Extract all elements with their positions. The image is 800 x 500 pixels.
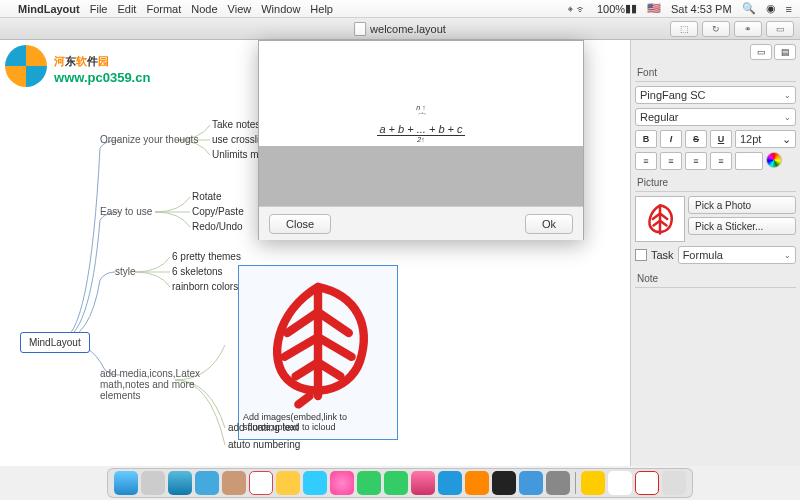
note-heading: Note <box>635 270 796 288</box>
dock-itunes-icon[interactable] <box>411 471 435 495</box>
align-center-button[interactable]: ≡ <box>660 152 682 170</box>
menu-edit[interactable]: Edit <box>117 3 136 15</box>
leaf-rainborn[interactable]: rainborn colors <box>172 281 238 292</box>
inspector-panel: ▭ ▤ Font PingFang SC⌄ Regular⌄ B I S U 1… <box>630 40 800 466</box>
picture-heading: Picture <box>635 174 796 192</box>
font-family-select[interactable]: PingFang SC⌄ <box>635 86 796 104</box>
align-right-button[interactable]: ≡ <box>685 152 707 170</box>
group-easy[interactable]: Easy to use <box>100 206 152 217</box>
dock-photos-icon[interactable] <box>330 471 354 495</box>
dock-contacts-icon[interactable] <box>222 471 246 495</box>
font-style-select[interactable]: Regular⌄ <box>635 108 796 126</box>
dock-calendar-icon[interactable] <box>249 471 273 495</box>
dock-appstore-icon[interactable] <box>438 471 462 495</box>
dock-launchpad-icon[interactable] <box>141 471 165 495</box>
dock-messages-icon[interactable] <box>357 471 381 495</box>
dock-safari-icon[interactable] <box>168 471 192 495</box>
dock-terminal-icon[interactable] <box>492 471 516 495</box>
menu-window[interactable]: Window <box>261 3 300 15</box>
dock <box>107 468 693 498</box>
dock-mail-icon[interactable] <box>195 471 219 495</box>
toolbar-btn-3[interactable]: ⚭ <box>734 21 762 37</box>
picture-preview[interactable] <box>635 196 685 242</box>
pick-photo-button[interactable]: Pick a Photo <box>688 196 796 214</box>
leaf-autonum[interactable]: atuto numbering <box>228 439 300 450</box>
root-node[interactable]: MindLayout <box>20 332 90 353</box>
selected-node-box[interactable]: Add images(embed,link to source,upload t… <box>238 265 398 440</box>
toolbar-btn-1[interactable]: ⬚ <box>670 21 698 37</box>
dock-sublime-icon[interactable] <box>581 471 605 495</box>
doc-icon <box>354 22 366 36</box>
menu-file[interactable]: File <box>90 3 108 15</box>
menubar: MindLayout File Edit Format Node View Wi… <box>0 0 800 18</box>
dock-trash-icon[interactable] <box>662 471 686 495</box>
menu-node[interactable]: Node <box>191 3 217 15</box>
inspector-tab-1[interactable]: ▭ <box>750 44 772 60</box>
leaf-redo[interactable]: Redo/Undo <box>192 221 243 232</box>
menu-help[interactable]: Help <box>310 3 333 15</box>
siri-icon[interactable]: ◉ <box>766 2 776 15</box>
leaf-themes[interactable]: 6 pretty themes <box>172 251 241 262</box>
align-justify-button[interactable]: ≡ <box>710 152 732 170</box>
dock-qq-icon[interactable] <box>608 471 632 495</box>
group-media[interactable]: add media,icons,Latex math,notes and mor… <box>100 368 210 401</box>
close-button[interactable]: Close <box>269 214 331 234</box>
align-left-button[interactable]: ≡ <box>635 152 657 170</box>
ok-button[interactable]: Ok <box>525 214 573 234</box>
inspector-tab-2[interactable]: ▤ <box>774 44 796 60</box>
toolbar-btn-2[interactable]: ↻ <box>702 21 730 37</box>
battery-status[interactable]: 100% ▮▮ <box>597 2 637 15</box>
wifi-icon[interactable]: ◈ ᯤ <box>567 3 587 15</box>
clock[interactable]: Sat 4:53 PM <box>671 3 732 15</box>
toolbar-btn-4[interactable]: ▭ <box>766 21 794 37</box>
underline-button[interactable]: U <box>710 130 732 148</box>
task-checkbox[interactable] <box>635 249 647 261</box>
leaf-skeletons[interactable]: 6 skeletons <box>172 266 223 277</box>
watermark-logo-icon <box>5 45 47 87</box>
menu-format[interactable]: Format <box>146 3 181 15</box>
bold-button[interactable]: B <box>635 130 657 148</box>
notif-icon[interactable]: ≡ <box>786 3 792 15</box>
dock-facetime-icon[interactable] <box>384 471 408 495</box>
formula-modal: n ↑ ⏞ a + b + ... + b + c 2↑ Close Ok <box>258 40 584 240</box>
font-size-select[interactable]: 12pt⌄ <box>735 130 796 148</box>
strike-button[interactable]: S <box>685 130 707 148</box>
watermark-url: www.pc0359.cn <box>54 70 150 85</box>
site-watermark: 河东软件园 www.pc0359.cn <box>5 45 150 87</box>
dock-notes-icon[interactable] <box>276 471 300 495</box>
window-titlebar: welcome.layout ⬚ ↻ ⚭ ▭ <box>0 18 800 40</box>
dock-separator <box>575 472 576 494</box>
leaf-rotate[interactable]: Rotate <box>192 191 221 202</box>
leaf-copy[interactable]: Copy/Paste <box>192 206 244 217</box>
color-picker-icon[interactable] <box>766 152 782 168</box>
dock-mindlayout-icon[interactable] <box>635 471 659 495</box>
formula-select[interactable]: Formula⌄ <box>678 246 796 264</box>
group-organize[interactable]: Organize your thougts <box>100 134 198 145</box>
modal-body: n ↑ ⏞ a + b + ... + b + c 2↑ <box>259 41 583 206</box>
text-color-swatch[interactable] <box>735 152 763 170</box>
group-style[interactable]: style <box>115 266 136 277</box>
font-heading: Font <box>635 64 796 82</box>
dock-settings-icon[interactable] <box>546 471 570 495</box>
task-label: Task <box>651 249 674 261</box>
dock-preview-icon[interactable] <box>519 471 543 495</box>
window-title-text: welcome.layout <box>370 23 446 35</box>
input-flag[interactable]: 🇺🇸 <box>647 2 661 15</box>
spotlight-icon[interactable]: 🔍 <box>742 2 756 15</box>
dock-finder-icon[interactable] <box>114 471 138 495</box>
window-title: welcome.layout <box>354 22 446 36</box>
dock-ibooks-icon[interactable] <box>465 471 489 495</box>
dock-maps-icon[interactable] <box>303 471 327 495</box>
formula-preview: n ↑ ⏞ a + b + ... + b + c 2↑ <box>377 104 464 143</box>
app-name[interactable]: MindLayout <box>18 3 80 15</box>
leaf-take-notes[interactable]: Take notes <box>212 119 260 130</box>
pick-sticker-button[interactable]: Pick a Sticker... <box>688 217 796 235</box>
leaf-floating[interactable]: add floating text <box>228 422 299 433</box>
menu-view[interactable]: View <box>228 3 252 15</box>
leaf-image-icon <box>248 270 388 410</box>
italic-button[interactable]: I <box>660 130 682 148</box>
